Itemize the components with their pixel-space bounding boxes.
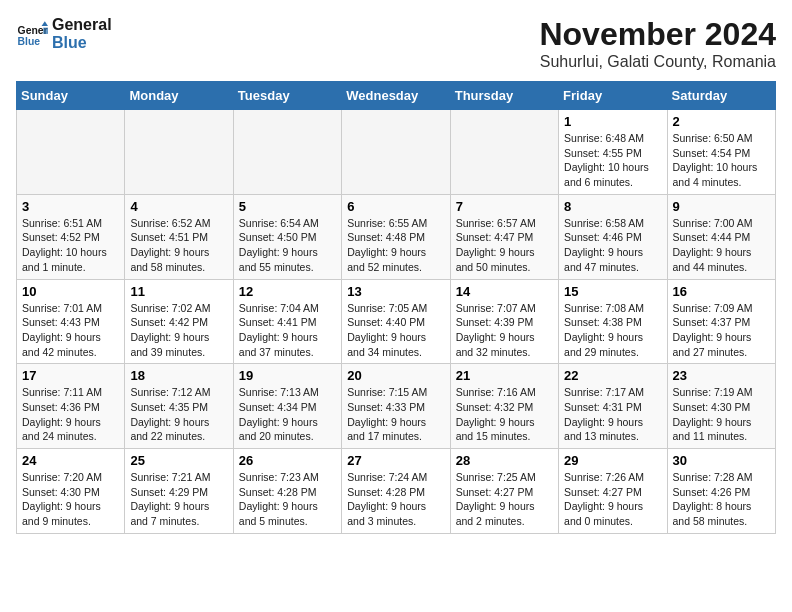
day-number: 27	[347, 453, 444, 468]
calendar-cell: 30Sunrise: 7:28 AM Sunset: 4:26 PM Dayli…	[667, 449, 775, 534]
calendar-cell: 27Sunrise: 7:24 AM Sunset: 4:28 PM Dayli…	[342, 449, 450, 534]
calendar-cell: 17Sunrise: 7:11 AM Sunset: 4:36 PM Dayli…	[17, 364, 125, 449]
day-info: Sunrise: 7:19 AM Sunset: 4:30 PM Dayligh…	[673, 385, 770, 444]
calendar-cell: 5Sunrise: 6:54 AM Sunset: 4:50 PM Daylig…	[233, 194, 341, 279]
calendar-cell: 14Sunrise: 7:07 AM Sunset: 4:39 PM Dayli…	[450, 279, 558, 364]
page-header: General Blue General Blue November 2024 …	[16, 16, 776, 71]
day-number: 28	[456, 453, 553, 468]
calendar-cell	[125, 110, 233, 195]
day-info: Sunrise: 7:05 AM Sunset: 4:40 PM Dayligh…	[347, 301, 444, 360]
day-number: 19	[239, 368, 336, 383]
day-info: Sunrise: 7:04 AM Sunset: 4:41 PM Dayligh…	[239, 301, 336, 360]
calendar-cell: 8Sunrise: 6:58 AM Sunset: 4:46 PM Daylig…	[559, 194, 667, 279]
day-number: 4	[130, 199, 227, 214]
calendar-cell: 16Sunrise: 7:09 AM Sunset: 4:37 PM Dayli…	[667, 279, 775, 364]
logo: General Blue General Blue	[16, 16, 112, 51]
logo-line1: General	[52, 16, 112, 34]
day-info: Sunrise: 7:15 AM Sunset: 4:33 PM Dayligh…	[347, 385, 444, 444]
day-info: Sunrise: 7:01 AM Sunset: 4:43 PM Dayligh…	[22, 301, 119, 360]
day-number: 20	[347, 368, 444, 383]
day-info: Sunrise: 7:11 AM Sunset: 4:36 PM Dayligh…	[22, 385, 119, 444]
calendar-cell: 1Sunrise: 6:48 AM Sunset: 4:55 PM Daylig…	[559, 110, 667, 195]
day-number: 29	[564, 453, 661, 468]
logo-line2: Blue	[52, 34, 112, 52]
svg-marker-2	[42, 21, 48, 26]
day-info: Sunrise: 6:58 AM Sunset: 4:46 PM Dayligh…	[564, 216, 661, 275]
day-number: 23	[673, 368, 770, 383]
title-area: November 2024 Suhurlui, Galati County, R…	[539, 16, 776, 71]
day-number: 13	[347, 284, 444, 299]
day-number: 9	[673, 199, 770, 214]
svg-marker-3	[43, 27, 48, 33]
day-header-wednesday: Wednesday	[342, 82, 450, 110]
day-info: Sunrise: 7:16 AM Sunset: 4:32 PM Dayligh…	[456, 385, 553, 444]
day-info: Sunrise: 7:17 AM Sunset: 4:31 PM Dayligh…	[564, 385, 661, 444]
day-header-tuesday: Tuesday	[233, 82, 341, 110]
day-header-sunday: Sunday	[17, 82, 125, 110]
calendar-cell: 29Sunrise: 7:26 AM Sunset: 4:27 PM Dayli…	[559, 449, 667, 534]
calendar-cell: 26Sunrise: 7:23 AM Sunset: 4:28 PM Dayli…	[233, 449, 341, 534]
day-info: Sunrise: 7:09 AM Sunset: 4:37 PM Dayligh…	[673, 301, 770, 360]
calendar-cell: 9Sunrise: 7:00 AM Sunset: 4:44 PM Daylig…	[667, 194, 775, 279]
day-number: 16	[673, 284, 770, 299]
calendar-cell	[342, 110, 450, 195]
day-info: Sunrise: 6:50 AM Sunset: 4:54 PM Dayligh…	[673, 131, 770, 190]
calendar-week-2: 3Sunrise: 6:51 AM Sunset: 4:52 PM Daylig…	[17, 194, 776, 279]
calendar-cell	[17, 110, 125, 195]
calendar-cell: 20Sunrise: 7:15 AM Sunset: 4:33 PM Dayli…	[342, 364, 450, 449]
day-info: Sunrise: 7:24 AM Sunset: 4:28 PM Dayligh…	[347, 470, 444, 529]
day-info: Sunrise: 7:08 AM Sunset: 4:38 PM Dayligh…	[564, 301, 661, 360]
day-number: 1	[564, 114, 661, 129]
day-number: 22	[564, 368, 661, 383]
day-info: Sunrise: 7:13 AM Sunset: 4:34 PM Dayligh…	[239, 385, 336, 444]
day-number: 26	[239, 453, 336, 468]
calendar-cell: 4Sunrise: 6:52 AM Sunset: 4:51 PM Daylig…	[125, 194, 233, 279]
day-info: Sunrise: 7:00 AM Sunset: 4:44 PM Dayligh…	[673, 216, 770, 275]
day-info: Sunrise: 6:54 AM Sunset: 4:50 PM Dayligh…	[239, 216, 336, 275]
calendar-cell: 12Sunrise: 7:04 AM Sunset: 4:41 PM Dayli…	[233, 279, 341, 364]
day-number: 10	[22, 284, 119, 299]
calendar-week-1: 1Sunrise: 6:48 AM Sunset: 4:55 PM Daylig…	[17, 110, 776, 195]
calendar-cell: 18Sunrise: 7:12 AM Sunset: 4:35 PM Dayli…	[125, 364, 233, 449]
day-info: Sunrise: 7:07 AM Sunset: 4:39 PM Dayligh…	[456, 301, 553, 360]
day-info: Sunrise: 6:52 AM Sunset: 4:51 PM Dayligh…	[130, 216, 227, 275]
day-number: 11	[130, 284, 227, 299]
calendar-cell: 22Sunrise: 7:17 AM Sunset: 4:31 PM Dayli…	[559, 364, 667, 449]
location-title: Suhurlui, Galati County, Romania	[539, 53, 776, 71]
day-number: 3	[22, 199, 119, 214]
calendar-cell: 10Sunrise: 7:01 AM Sunset: 4:43 PM Dayli…	[17, 279, 125, 364]
day-info: Sunrise: 7:12 AM Sunset: 4:35 PM Dayligh…	[130, 385, 227, 444]
day-number: 21	[456, 368, 553, 383]
day-info: Sunrise: 6:57 AM Sunset: 4:47 PM Dayligh…	[456, 216, 553, 275]
calendar-cell: 23Sunrise: 7:19 AM Sunset: 4:30 PM Dayli…	[667, 364, 775, 449]
calendar-cell: 11Sunrise: 7:02 AM Sunset: 4:42 PM Dayli…	[125, 279, 233, 364]
day-number: 17	[22, 368, 119, 383]
calendar-week-5: 24Sunrise: 7:20 AM Sunset: 4:30 PM Dayli…	[17, 449, 776, 534]
day-header-friday: Friday	[559, 82, 667, 110]
calendar-cell: 24Sunrise: 7:20 AM Sunset: 4:30 PM Dayli…	[17, 449, 125, 534]
day-number: 14	[456, 284, 553, 299]
day-number: 18	[130, 368, 227, 383]
calendar-body: 1Sunrise: 6:48 AM Sunset: 4:55 PM Daylig…	[17, 110, 776, 534]
calendar-cell: 21Sunrise: 7:16 AM Sunset: 4:32 PM Dayli…	[450, 364, 558, 449]
day-info: Sunrise: 7:20 AM Sunset: 4:30 PM Dayligh…	[22, 470, 119, 529]
calendar-cell: 13Sunrise: 7:05 AM Sunset: 4:40 PM Dayli…	[342, 279, 450, 364]
day-header-thursday: Thursday	[450, 82, 558, 110]
calendar-cell: 19Sunrise: 7:13 AM Sunset: 4:34 PM Dayli…	[233, 364, 341, 449]
day-info: Sunrise: 6:48 AM Sunset: 4:55 PM Dayligh…	[564, 131, 661, 190]
calendar-cell: 28Sunrise: 7:25 AM Sunset: 4:27 PM Dayli…	[450, 449, 558, 534]
day-number: 25	[130, 453, 227, 468]
calendar-cell: 6Sunrise: 6:55 AM Sunset: 4:48 PM Daylig…	[342, 194, 450, 279]
day-info: Sunrise: 6:55 AM Sunset: 4:48 PM Dayligh…	[347, 216, 444, 275]
calendar-week-3: 10Sunrise: 7:01 AM Sunset: 4:43 PM Dayli…	[17, 279, 776, 364]
calendar-cell: 7Sunrise: 6:57 AM Sunset: 4:47 PM Daylig…	[450, 194, 558, 279]
day-info: Sunrise: 6:51 AM Sunset: 4:52 PM Dayligh…	[22, 216, 119, 275]
day-info: Sunrise: 7:26 AM Sunset: 4:27 PM Dayligh…	[564, 470, 661, 529]
day-number: 12	[239, 284, 336, 299]
day-number: 8	[564, 199, 661, 214]
day-number: 6	[347, 199, 444, 214]
calendar-cell: 3Sunrise: 6:51 AM Sunset: 4:52 PM Daylig…	[17, 194, 125, 279]
calendar-table: SundayMondayTuesdayWednesdayThursdayFrid…	[16, 81, 776, 534]
day-number: 5	[239, 199, 336, 214]
calendar-cell: 15Sunrise: 7:08 AM Sunset: 4:38 PM Dayli…	[559, 279, 667, 364]
